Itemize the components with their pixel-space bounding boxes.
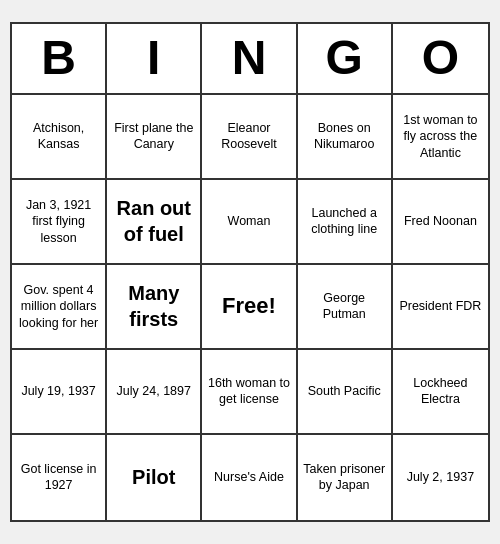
bingo-cell-20: Got license in 1927 <box>12 435 107 520</box>
bingo-grid: Atchison, KansasFirst plane the CanaryEl… <box>12 95 488 520</box>
bingo-cell-9: Fred Noonan <box>393 180 488 265</box>
bingo-letter-g: G <box>298 24 393 93</box>
bingo-cell-4: 1st woman to fly across the Atlantic <box>393 95 488 180</box>
bingo-cell-12: Free! <box>202 265 297 350</box>
bingo-letter-o: O <box>393 24 488 93</box>
bingo-cell-11: Many firsts <box>107 265 202 350</box>
bingo-letter-b: B <box>12 24 107 93</box>
bingo-cell-22: Nurse's Aide <box>202 435 297 520</box>
bingo-cell-21: Pilot <box>107 435 202 520</box>
bingo-header: BINGO <box>12 24 488 95</box>
bingo-cell-19: Lockheed Electra <box>393 350 488 435</box>
bingo-cell-17: 16th woman to get license <box>202 350 297 435</box>
bingo-letter-i: I <box>107 24 202 93</box>
bingo-cell-15: July 19, 1937 <box>12 350 107 435</box>
bingo-cell-6: Ran out of fuel <box>107 180 202 265</box>
bingo-cell-8: Launched a clothing line <box>298 180 393 265</box>
bingo-cell-13: George Putman <box>298 265 393 350</box>
bingo-cell-1: First plane the Canary <box>107 95 202 180</box>
bingo-cell-18: South Pacific <box>298 350 393 435</box>
bingo-cell-7: Woman <box>202 180 297 265</box>
bingo-card: BINGO Atchison, KansasFirst plane the Ca… <box>10 22 490 522</box>
bingo-cell-14: President FDR <box>393 265 488 350</box>
bingo-cell-2: Eleanor Roosevelt <box>202 95 297 180</box>
bingo-cell-0: Atchison, Kansas <box>12 95 107 180</box>
bingo-cell-10: Gov. spent 4 million dollars looking for… <box>12 265 107 350</box>
bingo-cell-23: Taken prisoner by Japan <box>298 435 393 520</box>
bingo-cell-5: Jan 3, 1921 first flying lesson <box>12 180 107 265</box>
bingo-cell-16: July 24, 1897 <box>107 350 202 435</box>
bingo-cell-3: Bones on Nikumaroo <box>298 95 393 180</box>
bingo-letter-n: N <box>202 24 297 93</box>
bingo-cell-24: July 2, 1937 <box>393 435 488 520</box>
